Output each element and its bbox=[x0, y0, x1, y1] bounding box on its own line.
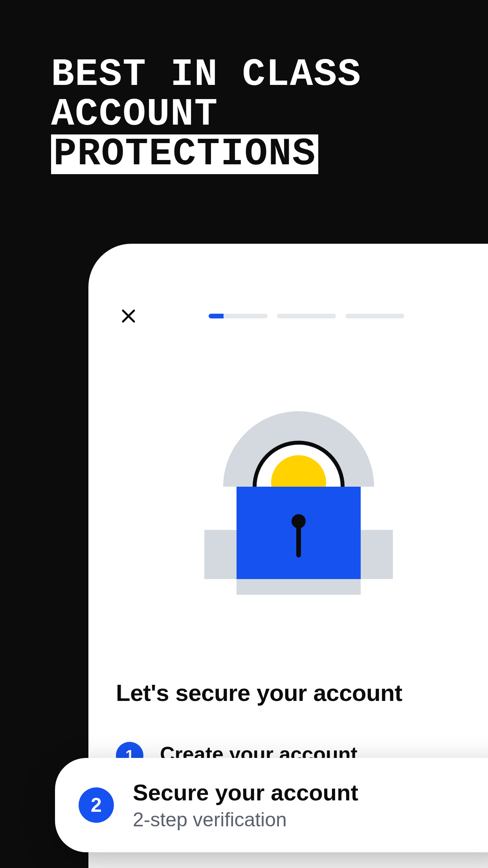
step-item-secure-account[interactable]: 2 Secure your account 2-step verificatio… bbox=[55, 758, 488, 852]
close-icon[interactable] bbox=[119, 307, 138, 326]
headline-line-2: ACCOUNT bbox=[51, 95, 361, 134]
section-heading: Let's secure your account bbox=[116, 679, 481, 706]
progress-segment-1 bbox=[209, 314, 268, 318]
svg-rect-4 bbox=[296, 521, 301, 557]
step-number-badge: 2 bbox=[79, 787, 114, 823]
progress-segment-3 bbox=[345, 314, 404, 318]
svg-rect-5 bbox=[237, 579, 361, 595]
step-title: Secure your account bbox=[133, 779, 358, 806]
step-subtitle: 2-step verification bbox=[133, 808, 358, 831]
progress-bar bbox=[209, 314, 404, 318]
lock-icon bbox=[204, 408, 393, 597]
headline-highlight: PROTECTIONS bbox=[51, 134, 318, 174]
progress-segment-2 bbox=[277, 314, 336, 318]
top-bar bbox=[116, 307, 481, 326]
headline-line-1: BEST IN CLASS bbox=[51, 55, 361, 95]
promo-headline: BEST IN CLASS ACCOUNT PROTECTIONS bbox=[51, 55, 361, 174]
